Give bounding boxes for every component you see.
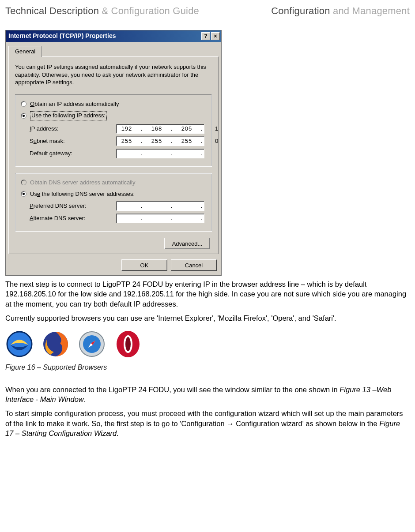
dialog-title: Internet Protocol (TCP/IP) Properties [8, 32, 116, 40]
paragraph-browsers: Currently supported browsers you can use… [5, 313, 410, 323]
advanced-button[interactable]: Advanced... [164, 238, 210, 249]
browser-icons-row [5, 327, 410, 361]
preferred-dns-row: Preferred DNS server: . . . [30, 201, 206, 211]
radio-obtain-dns-auto: Obtain DNS server address automatically [21, 179, 206, 187]
radio-label: Obtain an IP address automatically [30, 100, 119, 108]
alternate-dns-row: Alternate DNS server: . . . [30, 214, 206, 223]
firefox-icon [42, 330, 70, 358]
close-button[interactable]: × [211, 32, 220, 40]
preferred-dns-input[interactable]: . . . [116, 201, 204, 211]
header-left-light: & Configuration Guide [99, 5, 199, 16]
radio-icon [21, 113, 26, 119]
subnet-mask-row: Subnet mask: 255. 255. 255. 0 [30, 136, 206, 146]
radio-label: Use the following IP address: [30, 111, 107, 120]
opera-icon [114, 330, 142, 358]
alternate-dns-label: Alternate DNS server: [30, 214, 116, 222]
radio-icon [21, 180, 26, 185]
radio-use-following-ip[interactable]: Use the following IP address: [21, 111, 206, 120]
tcpip-properties-dialog: Internet Protocol (TCP/IP) Properties ? … [5, 30, 222, 276]
radio-icon [21, 101, 26, 107]
alternate-dns-input[interactable]: . . . [116, 214, 204, 223]
paragraph-connected: When you are connected to the LigoPTP 24… [5, 385, 410, 405]
dialog-titlebar: Internet Protocol (TCP/IP) Properties ? … [6, 30, 221, 42]
internet-explorer-icon [5, 330, 34, 358]
dialog-footer: OK Cancel [6, 257, 221, 275]
default-gateway-label: Default gateway: [30, 150, 116, 157]
tab-body: You can get IP settings assigned automat… [8, 56, 219, 254]
header-right: Configuration and Management [271, 4, 410, 18]
radio-icon [21, 191, 26, 197]
default-gateway-row: Default gateway: . . . [30, 149, 206, 158]
figure-16-caption: Figure 16 – Supported Browsers [5, 363, 410, 372]
header-left-dark: Technical Description [5, 5, 99, 16]
subnet-mask-input[interactable]: 255. 255. 255. 0 [116, 136, 204, 146]
safari-icon [78, 330, 106, 358]
page-header: Technical Description & Configuration Gu… [5, 4, 410, 18]
dialog-description: You can get IP settings assigned automat… [15, 63, 212, 86]
ip-address-group: Obtain an IP address automatically Use t… [15, 94, 212, 167]
ip-address-label: IP address: [30, 125, 116, 133]
preferred-dns-label: Preferred DNS server: [30, 202, 116, 210]
tab-general[interactable]: General [8, 46, 42, 57]
advanced-row: Advanced... [15, 238, 210, 249]
paragraph-wizard: To start simple configuration process, y… [5, 408, 410, 438]
titlebar-buttons: ? × [201, 32, 220, 40]
radio-use-following-dns[interactable]: Use the following DNS server addresses: [21, 190, 206, 198]
cancel-button[interactable]: Cancel [171, 259, 217, 271]
ok-button[interactable]: OK [121, 259, 167, 271]
header-left: Technical Description & Configuration Gu… [5, 4, 199, 18]
radio-obtain-ip-auto[interactable]: Obtain an IP address automatically [21, 100, 206, 108]
svg-point-9 [125, 337, 131, 351]
header-right-dark: Configuration [271, 5, 330, 16]
ip-address-row: IP address: 192. 168. 205. 1 [30, 124, 206, 134]
paragraph-next-step: The next step is to connect to LigoPTP 2… [5, 279, 410, 309]
radio-label: Obtain DNS server address automatically [30, 179, 135, 187]
default-gateway-input[interactable]: . . . [116, 149, 204, 158]
ip-address-input[interactable]: 192. 168. 205. 1 [116, 124, 204, 134]
dns-group: Obtain DNS server address automatically … [15, 173, 212, 232]
help-button[interactable]: ? [201, 32, 210, 40]
tab-strip: General [6, 42, 221, 57]
subnet-mask-label: Subnet mask: [30, 137, 116, 145]
header-right-light: and Management [330, 5, 410, 16]
radio-label: Use the following DNS server addresses: [30, 190, 135, 198]
